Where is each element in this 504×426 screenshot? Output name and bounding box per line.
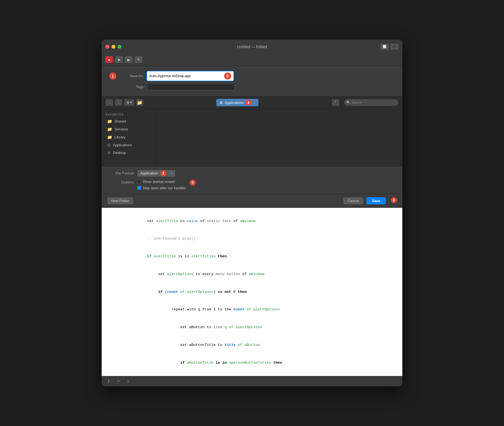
dropdown-arrow-icon: ▾ (130, 101, 132, 104)
location-chevron-icon: ⌄ (253, 101, 256, 104)
code-line-8: set aButtonTitle to title of aButton (107, 336, 397, 354)
new-folder-button[interactable]: New Folder (107, 197, 133, 205)
code-line-9: if aButtonTitle is in approveButtonTitle… (107, 354, 397, 372)
list-button[interactable]: ≡ (125, 378, 132, 384)
grid-icon: ⊞ (127, 101, 129, 104)
sidebar: Favorites 📁 Shared 📁 Services 📁 Library … (102, 109, 156, 166)
chevron-left-icon: ‹ (109, 100, 110, 105)
title-bar-controls: ⬜ ⬛ (380, 44, 398, 50)
code-span: set (121, 219, 156, 223)
checkbox-stay-open-row: Stay open after run handler (137, 186, 186, 190)
main-window: Untitled — Edited ⬜ ⬛ ● ■ ▶ ✎ 1 Save As:… (102, 40, 402, 386)
file-format-value: Application (140, 171, 158, 175)
back-button[interactable]: ‹ (106, 99, 113, 106)
sidebar-section-favorites: Favorites (102, 112, 156, 117)
compile-button[interactable]: ✎ (134, 56, 143, 63)
code-line-7: set aButton to item q of alertOptions (107, 319, 397, 336)
checkbox-startup[interactable] (137, 180, 141, 183)
view-mode-button[interactable]: ⊞ ▾ (124, 99, 134, 106)
desktop-icon: 🖥 (107, 151, 111, 155)
sidebar-label-shared: Shared (115, 119, 126, 123)
expand-button[interactable]: ⌃ (332, 99, 339, 106)
toolbar: ● ■ ▶ ✎ (102, 54, 402, 66)
search-placeholder: Search (352, 101, 362, 104)
sidebar-item-services[interactable]: 📁 Services (103, 126, 154, 133)
play-button[interactable]: ▶ (125, 56, 133, 63)
nav-center: 🖥 Applications 4 ⌄ ⌃ (145, 99, 339, 106)
checkbox-stay-open-label: Stay open after run handler (143, 186, 186, 190)
sidebar-label-services: Services (115, 127, 128, 131)
checkbox-stay-open[interactable] (137, 186, 141, 190)
close-button[interactable] (106, 45, 109, 49)
file-format-select[interactable]: Application ⬍ 2 (137, 170, 175, 177)
location-dropdown[interactable]: 🖥 Applications 4 ⌄ (216, 99, 259, 106)
badge-1: 1 (109, 72, 116, 80)
folder-plus-icon: 📁 (137, 100, 142, 105)
cancel-button[interactable]: Cancel (343, 197, 363, 205)
location-folder-icon: 🖥 (219, 100, 223, 105)
save-button[interactable]: Save (366, 197, 386, 205)
sidebar-toggle-button[interactable]: ⬜ (380, 44, 389, 50)
format-chevron-icon: ⬍ (170, 171, 174, 176)
location-label: Applications (225, 101, 244, 105)
code-line-1: set alertTitle to value of static text o… (107, 212, 397, 230)
save-as-label: Save As: (119, 74, 144, 78)
code-line-5: if (count of alertOptions) is not 0 then (107, 283, 397, 301)
checkbox-startup-row: Show startup screen (137, 180, 186, 184)
maximize-button[interactable] (118, 45, 121, 49)
file-content-area (156, 109, 402, 166)
sidebar-item-desktop[interactable]: 🖥 Desktop (103, 149, 154, 156)
info-icon: ℹ (108, 379, 110, 384)
folder-icon-shared: 📁 (107, 119, 112, 124)
return-button[interactable]: ↩ (115, 378, 122, 384)
tags-input[interactable] (147, 83, 235, 90)
status-bar: ℹ ↩ ≡ (102, 376, 402, 386)
badge-5: 5 (224, 72, 231, 80)
window-title: Untitled — Edited (237, 45, 267, 49)
chevron-right-icon: › (118, 100, 119, 105)
sidebar-item-library[interactable]: 📁 Library (103, 133, 154, 141)
record-button[interactable]: ● (105, 56, 113, 63)
tags-label: Tags: (120, 85, 144, 89)
code-area: set alertTitle to value of static text o… (102, 208, 402, 376)
sidebar-item-shared[interactable]: 📁 Shared (103, 118, 154, 125)
badge-6: 6 (391, 197, 397, 203)
file-format-label: File Format: (107, 171, 134, 175)
format-row: File Format: Application ⬍ 2 (107, 170, 397, 177)
sidebar-item-applications[interactable]: ⚙ Applications (103, 141, 154, 149)
sidebar-label-library: Library (115, 135, 125, 139)
forward-button[interactable]: › (115, 99, 122, 106)
file-browser: Favorites 📁 Shared 📁 Services 📁 Library … (102, 109, 402, 167)
split-view-button[interactable]: ⬛ (390, 44, 398, 50)
filename-input[interactable]: Auto-Approve AirDrop.app 5 (146, 71, 234, 81)
new-folder-nav-button[interactable]: 📁 (136, 99, 143, 106)
code-line-4: set alertOptions to every menu button of… (107, 265, 397, 283)
folder-icon-library: 📁 (107, 135, 112, 140)
badge-4: 4 (245, 100, 251, 106)
traffic-lights (106, 45, 121, 49)
code-line-3: if alertTitle is in alertTitles then (107, 248, 397, 265)
options-row: Options: Show startup screen Stay open a… (107, 180, 397, 190)
chevron-up-icon: ⌃ (334, 100, 337, 105)
action-bar: New Folder Cancel Save 6 (102, 194, 402, 208)
options-label: Options: (107, 180, 134, 184)
minimize-button[interactable] (112, 45, 115, 49)
checkbox-startup-label: Show startup screen (143, 180, 175, 184)
save-as-row: 1 Save As: Auto-Approve AirDrop.app 5 (107, 71, 397, 81)
checkboxes: Show startup screen Stay open after run … (137, 180, 186, 190)
stop-button[interactable]: ■ (115, 56, 123, 63)
search-box[interactable]: 🔍 Search (344, 99, 398, 106)
sidebar-label-applications: Applications (113, 143, 132, 147)
code-line-6: repeat with q from 1 to the count of ale… (107, 301, 397, 319)
code-span: alertTitle (156, 219, 178, 223)
info-button[interactable]: ℹ (106, 378, 112, 384)
badge-3: 3 (190, 180, 196, 186)
folder-icon-services: 📁 (107, 127, 112, 132)
bottom-options: File Format: Application ⬍ 2 Options: Sh… (102, 167, 402, 194)
save-dialog: 1 Save As: Auto-Approve AirDrop.app 5 Ta… (102, 66, 402, 97)
return-icon: ↩ (117, 379, 121, 384)
apps-icon: ⚙ (107, 143, 111, 148)
list-icon: ≡ (127, 379, 130, 384)
title-bar: Untitled — Edited ⬜ ⬛ (102, 40, 402, 54)
code-line-2: -- alertSound's play() (107, 230, 397, 248)
